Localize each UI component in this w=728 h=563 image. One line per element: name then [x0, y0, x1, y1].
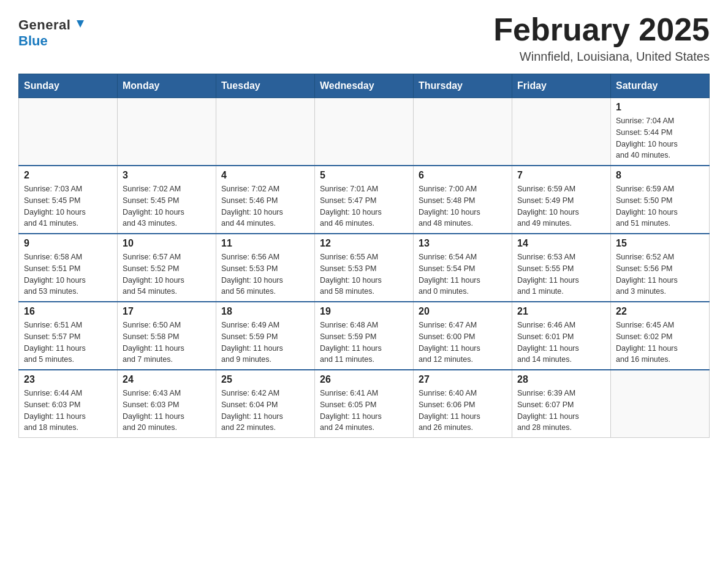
- day-number: 6: [419, 170, 507, 181]
- day-number: 25: [221, 374, 309, 385]
- day-info: Sunrise: 6:51 AMSunset: 5:57 PMDaylight:…: [24, 320, 112, 366]
- day-number: 22: [616, 306, 704, 317]
- calendar-day-cell: [19, 98, 118, 166]
- page-subtitle: Winnfield, Louisiana, United States: [493, 50, 710, 64]
- day-info: Sunrise: 6:39 AMSunset: 6:07 PMDaylight:…: [517, 388, 605, 434]
- day-number: 28: [517, 374, 605, 385]
- calendar-day-cell: [315, 98, 414, 166]
- logo: General Blue: [18, 12, 85, 49]
- calendar-day-cell: 16Sunrise: 6:51 AMSunset: 5:57 PMDayligh…: [19, 302, 118, 370]
- calendar-day-cell: [414, 98, 512, 166]
- calendar-day-cell: 18Sunrise: 6:49 AMSunset: 5:59 PMDayligh…: [216, 302, 315, 370]
- title-section: February 2025 Winnfield, Louisiana, Unit…: [493, 12, 710, 64]
- day-info: Sunrise: 7:02 AMSunset: 5:45 PMDaylight:…: [123, 183, 211, 229]
- calendar-day-cell: 4Sunrise: 7:02 AMSunset: 5:46 PMDaylight…: [216, 166, 315, 234]
- calendar-day-cell: 26Sunrise: 6:41 AMSunset: 6:05 PMDayligh…: [315, 370, 414, 438]
- day-number: 4: [221, 170, 309, 181]
- calendar-day-cell: 28Sunrise: 6:39 AMSunset: 6:07 PMDayligh…: [512, 370, 611, 438]
- calendar-day-cell: 1Sunrise: 7:04 AMSunset: 5:44 PMDaylight…: [611, 98, 710, 166]
- day-info: Sunrise: 6:50 AMSunset: 5:58 PMDaylight:…: [123, 320, 211, 366]
- calendar-header-tuesday: Tuesday: [216, 74, 315, 98]
- calendar-week-row: 23Sunrise: 6:44 AMSunset: 6:03 PMDayligh…: [19, 370, 710, 438]
- calendar-header-wednesday: Wednesday: [315, 74, 414, 98]
- page-title: February 2025: [493, 12, 710, 47]
- calendar-day-cell: 3Sunrise: 7:02 AMSunset: 5:45 PMDaylight…: [118, 166, 216, 234]
- day-number: 19: [320, 306, 408, 317]
- calendar-day-cell: 27Sunrise: 6:40 AMSunset: 6:06 PMDayligh…: [414, 370, 512, 438]
- calendar-day-cell: 12Sunrise: 6:55 AMSunset: 5:53 PMDayligh…: [315, 234, 414, 302]
- day-number: 23: [24, 374, 112, 385]
- day-info: Sunrise: 6:55 AMSunset: 5:53 PMDaylight:…: [320, 251, 408, 297]
- calendar-header-saturday: Saturday: [611, 74, 710, 98]
- day-info: Sunrise: 6:45 AMSunset: 6:02 PMDaylight:…: [616, 320, 704, 366]
- calendar-day-cell: 15Sunrise: 6:52 AMSunset: 5:56 PMDayligh…: [611, 234, 710, 302]
- calendar-day-cell: 14Sunrise: 6:53 AMSunset: 5:55 PMDayligh…: [512, 234, 611, 302]
- day-number: 26: [320, 374, 408, 385]
- day-info: Sunrise: 6:42 AMSunset: 6:04 PMDaylight:…: [221, 388, 309, 434]
- day-number: 15: [616, 238, 704, 249]
- day-number: 14: [517, 238, 605, 249]
- day-number: 17: [123, 306, 211, 317]
- calendar-day-cell: 9Sunrise: 6:58 AMSunset: 5:51 PMDaylight…: [19, 234, 118, 302]
- calendar-day-cell: 25Sunrise: 6:42 AMSunset: 6:04 PMDayligh…: [216, 370, 315, 438]
- day-info: Sunrise: 6:53 AMSunset: 5:55 PMDaylight:…: [517, 251, 605, 297]
- calendar-header-monday: Monday: [118, 74, 216, 98]
- calendar-week-row: 2Sunrise: 7:03 AMSunset: 5:45 PMDaylight…: [19, 166, 710, 234]
- day-info: Sunrise: 6:47 AMSunset: 6:00 PMDaylight:…: [419, 320, 507, 366]
- calendar-day-cell: 13Sunrise: 6:54 AMSunset: 5:54 PMDayligh…: [414, 234, 512, 302]
- calendar-header-friday: Friday: [512, 74, 611, 98]
- day-number: 5: [320, 170, 408, 181]
- day-info: Sunrise: 6:49 AMSunset: 5:59 PMDaylight:…: [221, 320, 309, 366]
- day-info: Sunrise: 6:44 AMSunset: 6:03 PMDaylight:…: [24, 388, 112, 434]
- day-number: 16: [24, 306, 112, 317]
- calendar-day-cell: 22Sunrise: 6:45 AMSunset: 6:02 PMDayligh…: [611, 302, 710, 370]
- day-info: Sunrise: 7:02 AMSunset: 5:46 PMDaylight:…: [221, 183, 309, 229]
- day-info: Sunrise: 6:59 AMSunset: 5:50 PMDaylight:…: [616, 183, 704, 229]
- page-header: General Blue February 2025 Winnfield, Lo…: [18, 12, 710, 64]
- day-info: Sunrise: 7:01 AMSunset: 5:47 PMDaylight:…: [320, 183, 408, 229]
- svg-marker-0: [77, 20, 84, 28]
- day-info: Sunrise: 7:04 AMSunset: 5:44 PMDaylight:…: [616, 115, 704, 161]
- day-info: Sunrise: 6:56 AMSunset: 5:53 PMDaylight:…: [221, 251, 309, 297]
- day-info: Sunrise: 6:41 AMSunset: 6:05 PMDaylight:…: [320, 388, 408, 434]
- calendar-day-cell: [216, 98, 315, 166]
- day-info: Sunrise: 6:57 AMSunset: 5:52 PMDaylight:…: [123, 251, 211, 297]
- calendar-day-cell: 20Sunrise: 6:47 AMSunset: 6:00 PMDayligh…: [414, 302, 512, 370]
- day-number: 1: [616, 102, 704, 113]
- day-info: Sunrise: 6:59 AMSunset: 5:49 PMDaylight:…: [517, 183, 605, 229]
- calendar-week-row: 1Sunrise: 7:04 AMSunset: 5:44 PMDaylight…: [19, 98, 710, 166]
- calendar-week-row: 16Sunrise: 6:51 AMSunset: 5:57 PMDayligh…: [19, 302, 710, 370]
- calendar-day-cell: 23Sunrise: 6:44 AMSunset: 6:03 PMDayligh…: [19, 370, 118, 438]
- calendar-day-cell: 10Sunrise: 6:57 AMSunset: 5:52 PMDayligh…: [118, 234, 216, 302]
- calendar-day-cell: 5Sunrise: 7:01 AMSunset: 5:47 PMDaylight…: [315, 166, 414, 234]
- day-number: 18: [221, 306, 309, 317]
- calendar-header-sunday: Sunday: [19, 74, 118, 98]
- calendar-day-cell: 6Sunrise: 7:00 AMSunset: 5:48 PMDaylight…: [414, 166, 512, 234]
- day-info: Sunrise: 6:54 AMSunset: 5:54 PMDaylight:…: [419, 251, 507, 297]
- day-number: 27: [419, 374, 507, 385]
- calendar-day-cell: 8Sunrise: 6:59 AMSunset: 5:50 PMDaylight…: [611, 166, 710, 234]
- calendar-day-cell: 21Sunrise: 6:46 AMSunset: 6:01 PMDayligh…: [512, 302, 611, 370]
- logo-blue-text: Blue: [18, 33, 48, 49]
- day-number: 13: [419, 238, 507, 249]
- calendar-week-row: 9Sunrise: 6:58 AMSunset: 5:51 PMDaylight…: [19, 234, 710, 302]
- calendar-day-cell: [512, 98, 611, 166]
- calendar-day-cell: 7Sunrise: 6:59 AMSunset: 5:49 PMDaylight…: [512, 166, 611, 234]
- day-info: Sunrise: 6:52 AMSunset: 5:56 PMDaylight:…: [616, 251, 704, 297]
- day-number: 12: [320, 238, 408, 249]
- day-info: Sunrise: 6:40 AMSunset: 6:06 PMDaylight:…: [419, 388, 507, 434]
- day-info: Sunrise: 6:43 AMSunset: 6:03 PMDaylight:…: [123, 388, 211, 434]
- calendar-header-thursday: Thursday: [414, 74, 512, 98]
- day-number: 8: [616, 170, 704, 181]
- calendar-day-cell: 17Sunrise: 6:50 AMSunset: 5:58 PMDayligh…: [118, 302, 216, 370]
- day-info: Sunrise: 6:58 AMSunset: 5:51 PMDaylight:…: [24, 251, 112, 297]
- day-info: Sunrise: 6:48 AMSunset: 5:59 PMDaylight:…: [320, 320, 408, 366]
- day-info: Sunrise: 7:00 AMSunset: 5:48 PMDaylight:…: [419, 183, 507, 229]
- calendar-day-cell: [611, 370, 710, 438]
- day-number: 21: [517, 306, 605, 317]
- day-info: Sunrise: 7:03 AMSunset: 5:45 PMDaylight:…: [24, 183, 112, 229]
- day-number: 20: [419, 306, 507, 317]
- day-number: 11: [221, 238, 309, 249]
- calendar-day-cell: [118, 98, 216, 166]
- calendar-day-cell: 2Sunrise: 7:03 AMSunset: 5:45 PMDaylight…: [19, 166, 118, 234]
